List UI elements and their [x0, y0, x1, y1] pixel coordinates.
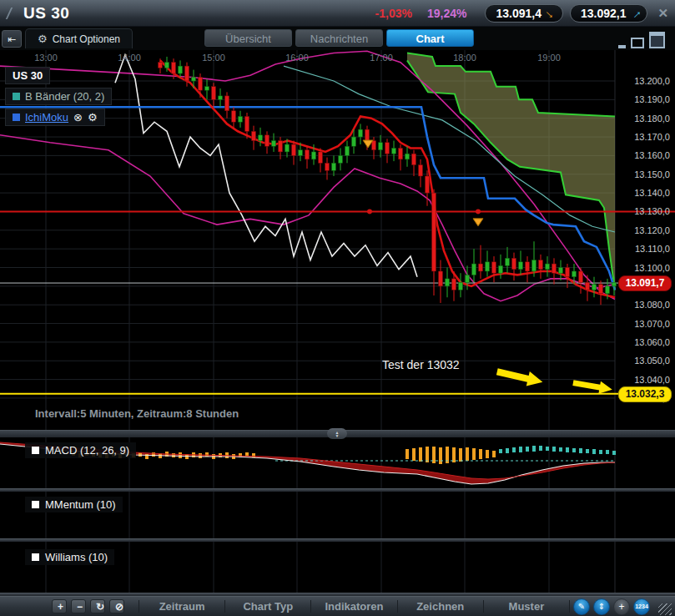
draw-pencil-icon[interactable]: ✎ [573, 598, 590, 615]
panel-splitter[interactable]: ▲ ▼ [327, 428, 347, 439]
y-axis-label: 13.180,0 [634, 114, 670, 124]
y-axis-label: 13.100,0 [634, 263, 670, 273]
x-axis-label: 19:00 [537, 53, 561, 63]
y-axis-label: 13.160,0 [634, 150, 670, 160]
momentum-swatch-icon [32, 501, 39, 508]
instrument-title: US 30 [23, 4, 69, 23]
chart-legend: US 30 B Bänder (20, 2) IchiMoku ⊗ ⚙ [5, 67, 112, 129]
current-price-tag: 13.091,7 [618, 275, 672, 291]
y-axis-label: 13.040,0 [634, 375, 670, 385]
menu-muster[interactable]: Muster [483, 600, 570, 613]
splitter-down-icon: ▼ [335, 434, 340, 437]
menu-zeitraum[interactable]: Zeitraum [139, 600, 224, 613]
window-controls [618, 32, 665, 48]
macd-panel-label: MACD (12, 26, 9) [25, 442, 136, 458]
interval-label: Intervall:5 Minuten, Zeitraum:8 Stunden [35, 407, 239, 420]
tab-bar: ⇤ ⚙ Chart Optionen Übersicht Nachrichten… [0, 27, 675, 50]
zoom-out-button[interactable]: − [71, 599, 86, 613]
remove-indicator-icon[interactable]: ⊗ [73, 111, 83, 124]
disable-icon[interactable]: ⊘ [109, 599, 124, 613]
x-axis-label: 13:00 [34, 53, 58, 63]
momentum-panel-label: MMentum (10) [25, 497, 123, 512]
williams-panel-label: Williams (10) [25, 549, 114, 565]
refresh-icon[interactable]: ↻ [90, 599, 105, 613]
price-down-arrow-icon: → [542, 3, 561, 23]
buy-price: 13.092,1 [581, 7, 627, 20]
toolbar-menu: Zeitraum Chart Typ Indikatoren Zeichnen … [139, 600, 570, 613]
title-bar: US 30 -1,03% 19,24% 13.091,4 → 13.092,1 … [0, 0, 675, 27]
y-axis-label: 13.130,0 [634, 206, 670, 216]
panel-divider [0, 538, 675, 542]
sell-price-button[interactable]: 13.091,4 → [485, 4, 563, 23]
scale-updown-icon[interactable]: ⇕ [593, 598, 610, 615]
y-axis-label: 13.200,0 [634, 76, 670, 86]
restore-icon[interactable] [631, 38, 644, 48]
chart-options-button[interactable]: ⚙ Chart Optionen [25, 28, 133, 48]
chart-stage: 13:0014:0015:0016:0017:0018:0019:00 13.2… [0, 50, 675, 616]
zoom-in-button[interactable]: + [52, 599, 67, 613]
bollinger-swatch-icon [13, 93, 20, 100]
tab-chart[interactable]: Chart [386, 29, 474, 47]
resize-grip[interactable] [658, 603, 672, 615]
maximize-icon[interactable] [649, 32, 665, 48]
x-axis-label: 14:00 [118, 53, 141, 63]
y-axis-label: 13.060,0 [634, 337, 670, 347]
y-axis-label: 13.170,0 [634, 132, 670, 142]
chart-annotation: Test der 13032 [382, 358, 460, 371]
macd-swatch-icon [32, 447, 39, 454]
legend-bollinger[interactable]: B Bänder (20, 2) [5, 88, 112, 105]
y-axis-label: 13.080,0 [634, 300, 670, 310]
tab-uebersicht[interactable]: Übersicht [204, 29, 292, 47]
y-axis-label: 13.110,0 [635, 244, 670, 254]
x-axis-label: 16:00 [285, 53, 309, 63]
legend-symbol: US 30 [5, 67, 50, 84]
close-icon[interactable]: ✕ [657, 6, 668, 21]
price-up-arrow-icon: → [627, 3, 646, 23]
panel-divider [0, 488, 675, 492]
crosshair-icon[interactable]: + [613, 598, 630, 615]
values-icon[interactable]: 1234 [633, 598, 650, 615]
menu-indikatoren[interactable]: Indikatoren [310, 600, 396, 613]
x-axis-label: 18:00 [453, 53, 476, 63]
legend-ichimoku: IchiMoku ⊗ ⚙ [5, 109, 105, 126]
bottom-toolbar: + − ↻ ⊘ Zeitraum Chart Typ Indikatoren Z… [0, 596, 675, 616]
williams-swatch-icon [32, 553, 39, 561]
trading-app: US 30 -1,03% 19,24% 13.091,4 → 13.092,1 … [0, 0, 675, 616]
menu-zeichnen[interactable]: Zeichnen [397, 600, 483, 613]
x-axis-label: 15:00 [202, 53, 225, 63]
y-axis-label: 13.070,0 [634, 319, 670, 329]
logo-slash-icon [6, 8, 22, 19]
y-axis-label: 13.150,0 [634, 169, 670, 179]
y-axis-label: 13.140,0 [634, 188, 670, 198]
gear-icon: ⚙ [38, 33, 48, 45]
collapse-panel-icon[interactable]: ⇤ [2, 30, 22, 48]
chart-options-label: Chart Optionen [53, 33, 120, 45]
indicator-settings-icon[interactable]: ⚙ [88, 111, 98, 124]
chart-canvas[interactable] [0, 50, 675, 616]
ichimoku-swatch-icon [13, 114, 20, 121]
tab-nachrichten[interactable]: Nachrichten [295, 29, 383, 47]
sell-price: 13.091,4 [496, 7, 542, 20]
ichimoku-link[interactable]: IchiMoku [25, 111, 68, 124]
y-axis-label: 13.120,0 [634, 225, 670, 235]
minimize-icon[interactable] [618, 45, 626, 48]
tabs: Übersicht Nachrichten Chart [204, 29, 474, 47]
y-axis-label: 13.190,0 [634, 94, 670, 104]
change-percent: -1,03% [375, 7, 412, 20]
menu-chart-typ[interactable]: Chart Typ [224, 600, 310, 613]
level-price-tag[interactable]: 13.032,3 [618, 386, 672, 402]
x-axis-label: 17:00 [370, 53, 393, 63]
y-axis-label: 13.050,0 [634, 356, 670, 366]
buy-price-button[interactable]: 13.092,1 → [570, 4, 648, 23]
range-percent: 19,24% [427, 7, 466, 20]
